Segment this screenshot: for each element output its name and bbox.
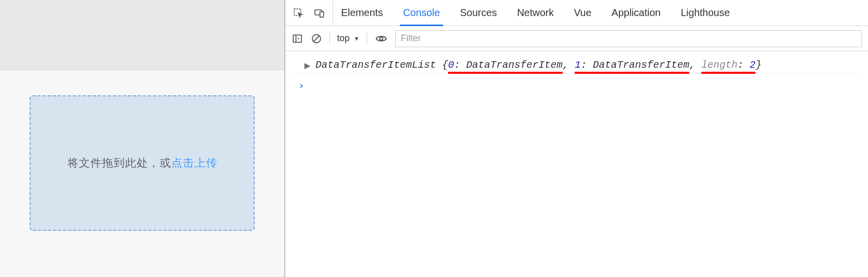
devtools-tabs: Elements Console Sources Network Vue App… <box>333 0 730 26</box>
context-selector-label: top <box>337 33 350 44</box>
tab-vue[interactable]: Vue <box>574 0 592 26</box>
log-length: length: 2 <box>701 59 755 74</box>
log-entry-1: 1: DataTransferItem <box>575 59 689 74</box>
log-entry-0: 0: DataTransferItem <box>448 59 563 74</box>
console-prompt[interactable]: › <box>291 74 860 91</box>
tab-lighthouse[interactable]: Lighthouse <box>681 0 730 26</box>
upload-text-before: 将文件拖到此处，或 <box>67 157 171 169</box>
page-left-pane: 将文件拖到此处，或点击上传 <box>0 0 285 277</box>
tab-network[interactable]: Network <box>517 0 554 26</box>
upload-dropzone[interactable]: 将文件拖到此处，或点击上传 <box>30 95 255 231</box>
toggle-console-sidebar-icon[interactable] <box>291 33 303 45</box>
tab-sources[interactable]: Sources <box>460 0 497 26</box>
toolbar-separator <box>330 32 330 45</box>
devtools-tabs-row: Elements Console Sources Network Vue App… <box>285 0 868 26</box>
filter-input[interactable] <box>395 30 862 47</box>
chevron-down-icon: ▼ <box>354 35 360 42</box>
devtools-tabs-icons <box>285 0 333 26</box>
clear-console-icon[interactable] <box>310 33 322 45</box>
tab-application[interactable]: Application <box>611 0 661 26</box>
console-body: ▶ DataTransferItemList {0: DataTransferI… <box>285 51 868 277</box>
device-toolbar-icon[interactable] <box>313 7 325 19</box>
devtools-pane: Elements Console Sources Network Vue App… <box>285 0 868 277</box>
context-selector[interactable]: top ▼ <box>337 33 360 44</box>
expand-arrow-icon[interactable]: ▶ <box>304 59 311 72</box>
upload-area-wrap: 将文件拖到此处，或点击上传 <box>0 70 284 231</box>
prompt-caret-icon: › <box>298 79 304 91</box>
svg-rect-3 <box>293 35 302 42</box>
svg-rect-2 <box>320 12 323 17</box>
upload-link[interactable]: 点击上传 <box>171 157 218 169</box>
svg-point-7 <box>380 37 383 40</box>
live-expression-icon[interactable] <box>374 32 388 46</box>
console-log-content: DataTransferItemList {0: DataTransferIte… <box>315 59 762 71</box>
toolbar-separator <box>367 32 367 45</box>
log-class-name: DataTransferItemList <box>315 59 436 71</box>
console-toolbar: top ▼ <box>285 26 868 51</box>
upload-text: 将文件拖到此处，或点击上传 <box>67 156 218 171</box>
inspect-element-icon[interactable] <box>292 7 304 19</box>
tab-console[interactable]: Console <box>403 0 440 26</box>
svg-line-6 <box>314 36 319 41</box>
tab-elements[interactable]: Elements <box>341 0 383 26</box>
console-log-row[interactable]: ▶ DataTransferItemList {0: DataTransferI… <box>291 56 860 74</box>
page-left-header-blank <box>0 0 284 70</box>
